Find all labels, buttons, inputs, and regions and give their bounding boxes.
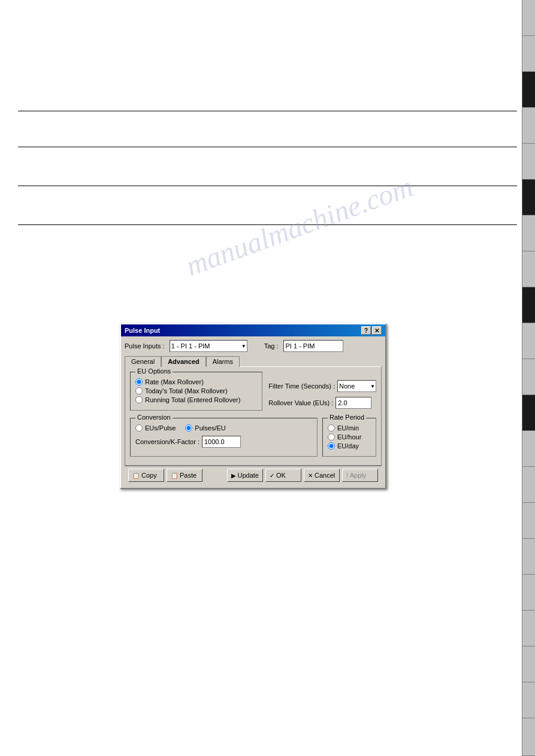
right-tab-14[interactable] xyxy=(522,467,535,503)
pulses-eu-radio[interactable] xyxy=(185,424,192,432)
right-tab-1[interactable] xyxy=(522,0,535,36)
right-tab-3[interactable] xyxy=(522,72,535,108)
right-tab-12[interactable] xyxy=(522,395,535,431)
right-tab-4[interactable] xyxy=(522,108,535,144)
pulse-input-dialog: Pulse Input ? ✕ Pulse Inputs : 1 - PI 1 … xyxy=(120,323,386,489)
hr-line-4 xyxy=(18,224,517,225)
right-tab-16[interactable] xyxy=(522,539,535,575)
right-tab-18[interactable] xyxy=(522,611,535,646)
right-tab-21[interactable] xyxy=(522,718,535,756)
eus-pulse-radio[interactable] xyxy=(135,424,143,432)
watermark: manualmachine.com xyxy=(182,169,417,282)
tab-advanced[interactable]: Advanced xyxy=(161,356,206,367)
cancel-icon: ✕ xyxy=(308,472,313,479)
right-tab-7[interactable] xyxy=(522,215,535,251)
tabs-row: General Advanced Alarms xyxy=(125,356,382,366)
rollover-input[interactable] xyxy=(335,397,371,409)
paste-label: Paste xyxy=(180,472,197,479)
right-tab-15[interactable] xyxy=(522,503,535,539)
eu-day-label: EU/day xyxy=(337,442,359,450)
pulses-eu-row: Pulses/EU xyxy=(185,424,225,432)
eu-hour-row: EU/hour xyxy=(328,433,371,441)
hr-line-3 xyxy=(18,186,517,186)
left-buttons: 📋 Copy 📋 Paste xyxy=(128,469,202,482)
ok-button[interactable]: ✓ OK xyxy=(265,469,301,482)
eu-rate-radio[interactable] xyxy=(135,378,143,385)
close-button[interactable]: ✕ xyxy=(372,326,382,335)
eu-hour-radio[interactable] xyxy=(328,433,335,441)
right-tab-11[interactable] xyxy=(522,359,535,395)
tab-general[interactable]: General xyxy=(125,356,161,367)
right-tab-2[interactable] xyxy=(522,36,535,72)
paste-button[interactable]: 📋 Paste xyxy=(167,469,202,482)
apply-button[interactable]: ! Apply xyxy=(342,469,378,482)
pulse-inputs-select[interactable]: 1 - PI 1 - PIM 2 - PI 2 3 - PI 3 xyxy=(170,340,247,352)
conversion-label: Conversion xyxy=(135,414,173,421)
dialog-body: Pulse Inputs : 1 - PI 1 - PIM 2 - PI 2 3… xyxy=(121,336,385,488)
right-tab-9[interactable] xyxy=(522,287,535,323)
update-icon: ▶ xyxy=(231,472,236,479)
eu-today-row: Today's Total (Max Rollover) xyxy=(135,387,257,394)
ok-icon: ✓ xyxy=(270,472,274,479)
copy-button[interactable]: 📋 Copy xyxy=(128,469,164,482)
filter-time-row: Filter Time (Seconds) : None 0.1 0.5 1.0… xyxy=(268,380,376,392)
eu-min-radio[interactable] xyxy=(328,424,335,432)
pulses-eu-label: Pulses/EU xyxy=(195,424,225,432)
hr-line-2 xyxy=(18,147,517,147)
filter-rollover-section: Filter Time (Seconds) : None 0.1 0.5 1.0… xyxy=(268,372,376,414)
titlebar-buttons: ? ✕ xyxy=(361,326,382,335)
apply-icon: ! xyxy=(346,472,348,479)
eu-today-radio[interactable] xyxy=(135,387,143,394)
right-tab-17[interactable] xyxy=(522,575,535,611)
eus-pulse-row: EUs/Pulse xyxy=(135,424,176,432)
tab-alarms[interactable]: Alarms xyxy=(206,356,240,367)
ok-label: OK xyxy=(276,472,286,479)
tag-input[interactable] xyxy=(283,340,343,352)
update-label: Update xyxy=(238,472,259,479)
pulse-inputs-select-wrapper: 1 - PI 1 - PIM 2 - PI 2 3 - PI 3 xyxy=(170,340,247,352)
rollover-row: Rollover Value (EUs) : xyxy=(268,397,376,409)
right-tab-13[interactable] xyxy=(522,431,535,467)
eu-min-label: EU/min xyxy=(337,424,359,432)
eu-running-radio[interactable] xyxy=(135,396,143,403)
filter-time-label: Filter Time (Seconds) : xyxy=(268,382,335,390)
eu-min-row: EU/min xyxy=(328,424,371,432)
cancel-label: Cancel xyxy=(315,472,335,479)
cancel-button[interactable]: ✕ Cancel xyxy=(304,469,340,482)
help-button[interactable]: ? xyxy=(361,326,371,335)
pulse-inputs-label: Pulse Inputs : xyxy=(125,342,165,350)
eu-running-row: Running Total (Entered Rollover) xyxy=(135,396,257,403)
right-tab-5[interactable] xyxy=(522,144,535,180)
right-tabs xyxy=(522,0,535,756)
filter-time-select-wrapper: None 0.1 0.5 1.0 2.0 xyxy=(337,380,376,392)
eu-day-row: EU/day xyxy=(328,442,371,450)
rollover-label: Rollover Value (EUs) : xyxy=(268,399,333,406)
rate-period-group: Rate Period EU/min EU/hour EU/day xyxy=(322,418,376,457)
eu-day-radio[interactable] xyxy=(328,442,335,450)
eu-rate-row: Rate (Max Rollover) xyxy=(135,378,257,385)
paste-icon: 📋 xyxy=(171,472,178,479)
right-tab-6[interactable] xyxy=(522,180,535,215)
update-button[interactable]: ▶ Update xyxy=(227,469,263,482)
rate-period-label: Rate Period xyxy=(328,414,366,421)
tag-label: Tag : xyxy=(264,342,279,350)
copy-icon: 📋 xyxy=(132,472,140,479)
eus-pulse-label: EUs/Pulse xyxy=(145,424,176,432)
kfactor-input[interactable] xyxy=(202,436,241,448)
right-tab-20[interactable] xyxy=(522,682,535,718)
eu-options-label: EU Options xyxy=(135,368,173,375)
right-tab-10[interactable] xyxy=(522,323,535,359)
eu-rate-label: Rate (Max Rollover) xyxy=(145,378,204,385)
apply-label: Apply xyxy=(350,472,367,479)
eu-options-group: EU Options Rate (Max Rollover) Today's T… xyxy=(130,372,262,411)
filter-time-select[interactable]: None 0.1 0.5 1.0 2.0 xyxy=(337,380,376,392)
conversion-group: Conversion EUs/Pulse Pulses/EU Conversio… xyxy=(130,418,318,457)
pulse-tag-row: Pulse Inputs : 1 - PI 1 - PIM 2 - PI 2 3… xyxy=(125,340,382,352)
conversion-type-row: EUs/Pulse Pulses/EU xyxy=(135,424,312,433)
kfactor-row: Conversion/K-Factor : xyxy=(135,436,312,448)
eu-hour-label: EU/hour xyxy=(337,433,361,441)
right-tab-19[interactable] xyxy=(522,646,535,682)
eu-today-label: Today's Total (Max Rollover) xyxy=(145,387,228,394)
eu-running-label: Running Total (Entered Rollover) xyxy=(145,396,240,403)
right-tab-8[interactable] xyxy=(522,251,535,287)
